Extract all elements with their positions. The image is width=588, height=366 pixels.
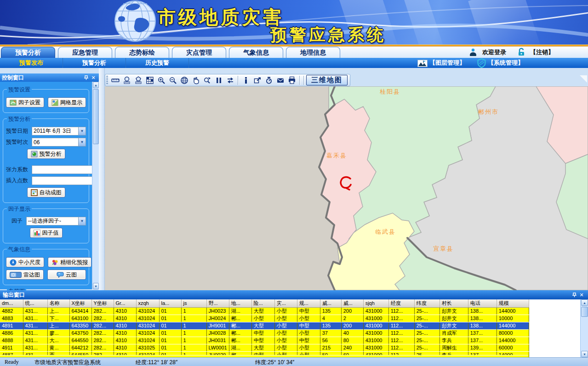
column-header[interactable]: js xyxy=(181,299,206,307)
column-header[interactable]: dm... xyxy=(0,299,23,307)
tab-warning-analysis[interactable]: 预警分析 xyxy=(1,47,55,58)
scrollbar-thumb[interactable] xyxy=(581,307,588,317)
layer-management-link[interactable]: 【图层管理】 xyxy=(417,59,465,67)
tab-geo-info[interactable]: 地理信息 xyxy=(286,47,340,58)
welcome-login-link[interactable]: 欢迎登录 xyxy=(482,48,506,56)
column-header[interactable]: 野... xyxy=(206,299,229,307)
scrollbar-thumb[interactable] xyxy=(93,89,99,144)
table-cell: 大型 xyxy=(251,344,274,351)
column-header[interactable]: Gr... xyxy=(114,299,136,307)
toolbar-grip[interactable] xyxy=(106,76,108,85)
column-header[interactable]: sjqh xyxy=(363,299,388,307)
scroll-down-icon[interactable]: ▼ xyxy=(581,351,588,357)
pause-icon[interactable] xyxy=(213,75,224,85)
column-header[interactable]: Y坐标 xyxy=(91,299,114,307)
map-canvas[interactable]: 桂阳县 郴州市 嘉禾县 临武县 宜章县 xyxy=(105,86,588,290)
table-cell: 4310 xyxy=(114,307,136,315)
column-header[interactable]: 威... xyxy=(320,299,341,307)
output-table[interactable]: dm...统...名称X坐标Y坐标Gr...xzqhla...js野...地..… xyxy=(0,299,529,357)
table-cell: 李兵 xyxy=(440,337,468,344)
table-row[interactable]: 4911431...黄...644212282...4310431025011L… xyxy=(0,344,529,351)
column-header[interactable]: 村长 xyxy=(440,299,468,307)
warning-analyze-button[interactable]: 预警分析 xyxy=(27,149,65,159)
column-header[interactable]: 威... xyxy=(341,299,363,307)
tab-emergency-mgmt[interactable]: 应急管理 xyxy=(58,47,112,58)
grid-icon[interactable] xyxy=(144,75,155,85)
subtab-history-warning[interactable]: 历史预警 xyxy=(126,58,189,68)
insert-points-label: 插入点数 xyxy=(6,177,32,185)
scroll-up-icon[interactable]: ▲ xyxy=(581,299,588,306)
full-extent-globe-icon[interactable] xyxy=(179,75,189,85)
zoom-in-icon[interactable] xyxy=(156,75,166,85)
column-header[interactable]: xzqh xyxy=(136,299,159,307)
print-icon[interactable] xyxy=(286,75,297,85)
warning-time-select[interactable]: 06 ▼ xyxy=(32,138,86,146)
pin-icon[interactable] xyxy=(82,74,90,81)
info-icon[interactable] xyxy=(240,75,251,85)
mail-icon[interactable] xyxy=(275,75,285,85)
table-cell: 135 xyxy=(320,307,341,315)
factor-select[interactable]: --请选择因子- ▼ xyxy=(26,217,86,225)
grid-display-button[interactable]: 网格显示 xyxy=(48,97,86,107)
column-header[interactable]: 险... xyxy=(251,299,274,307)
zoom-select-icon[interactable] xyxy=(202,75,212,85)
sidebar-scrollbar[interactable]: ▲ ▼ xyxy=(92,82,99,289)
map-fold-icon[interactable] xyxy=(580,75,587,83)
output-scrollbar[interactable]: ▲ ▼ xyxy=(580,299,588,357)
radar-map-button[interactable]: 雷达图 xyxy=(6,270,44,280)
map-3d-button[interactable]: 三维地图 xyxy=(306,75,348,85)
pin-icon[interactable] xyxy=(571,292,578,298)
column-header[interactable]: 统... xyxy=(23,299,47,307)
group-warning-analysis: 预警分析 预警日期 2011年 6月 3日 ▼ 预警时次 06 ▼ xyxy=(3,118,89,203)
subtab-warning-publish[interactable]: 预警发布 xyxy=(0,58,63,68)
tab-disaster-points[interactable]: 灾点管理 xyxy=(172,47,226,58)
tab-situation-plot[interactable]: 态势标绘 xyxy=(115,47,169,58)
column-header[interactable]: 经度 xyxy=(388,299,414,307)
panel-splitter[interactable] xyxy=(99,68,105,290)
column-header[interactable]: 规... xyxy=(297,299,320,307)
app-title-line2: 预警应急系统 xyxy=(270,24,386,45)
measure-distance-icon[interactable] xyxy=(110,75,120,85)
column-header[interactable]: 纬度 xyxy=(414,299,440,307)
chevron-down-icon[interactable]: ▼ xyxy=(78,127,86,135)
close-icon[interactable]: ✕ xyxy=(90,74,97,81)
table-cell: 4883 xyxy=(0,315,23,322)
zoom-out-icon[interactable] xyxy=(167,75,178,85)
auto-map-button[interactable]: 自动成图 xyxy=(27,187,65,197)
banner: 市级地质灾害 预警应急系统 xyxy=(0,0,588,45)
swap-arrows-icon[interactable] xyxy=(225,75,235,85)
logout-link[interactable]: 【注销】 xyxy=(530,48,554,56)
mid-small-scale-button[interactable]: 中小尺度 xyxy=(6,257,44,267)
table-row[interactable]: 4882431...上...643414282...4310431024011J… xyxy=(0,307,529,315)
scroll-up-icon[interactable]: ▲ xyxy=(93,82,99,88)
refined-forecast-button[interactable]: 精细化预报 xyxy=(48,257,91,267)
gauge-icon[interactable] xyxy=(263,75,274,85)
factor-settings-button[interactable]: 因子设置 xyxy=(6,97,44,107)
measure-area-circle-icon[interactable] xyxy=(121,75,132,85)
column-header[interactable]: 规模 xyxy=(497,299,529,307)
chevron-down-icon[interactable]: ▼ xyxy=(78,217,86,225)
column-header[interactable]: 电话 xyxy=(468,299,497,307)
column-header[interactable]: 名称 xyxy=(47,299,69,307)
column-header[interactable]: 灾... xyxy=(274,299,297,307)
subtab-warning-analysis[interactable]: 预警分析 xyxy=(63,58,126,68)
table-row[interactable]: 4886431...廖...643750282...4310431024011J… xyxy=(0,329,529,337)
chevron-down-icon[interactable]: ▼ xyxy=(78,138,86,146)
table-row[interactable]: 4888431...大...644550282...4310431024011J… xyxy=(0,337,529,344)
table-cell: 144000 xyxy=(497,337,529,344)
measure-area-polygon-icon[interactable] xyxy=(133,75,143,85)
scroll-down-icon[interactable]: ▼ xyxy=(93,283,99,289)
column-header[interactable]: X坐标 xyxy=(69,299,91,307)
factor-value-button[interactable]: 因子值 xyxy=(30,228,63,238)
cloud-map-button[interactable]: 云图 xyxy=(47,270,86,280)
table-row[interactable]: 4883431...下...643100282...4310431024011J… xyxy=(0,315,529,322)
column-header[interactable]: 地... xyxy=(229,299,251,307)
warning-date-select[interactable]: 2011年 6月 3日 ▼ xyxy=(32,127,86,135)
close-icon[interactable]: ✕ xyxy=(578,292,585,298)
export-icon[interactable] xyxy=(252,75,263,85)
column-header[interactable]: la... xyxy=(159,299,181,307)
pan-hand-icon[interactable] xyxy=(190,75,201,85)
table-row[interactable]: 4891431...上...643350282...4310431024011J… xyxy=(0,322,529,329)
tab-weather-info[interactable]: 气象信息 xyxy=(229,47,283,58)
system-management-link[interactable]: 【系统管理】 xyxy=(477,58,524,68)
